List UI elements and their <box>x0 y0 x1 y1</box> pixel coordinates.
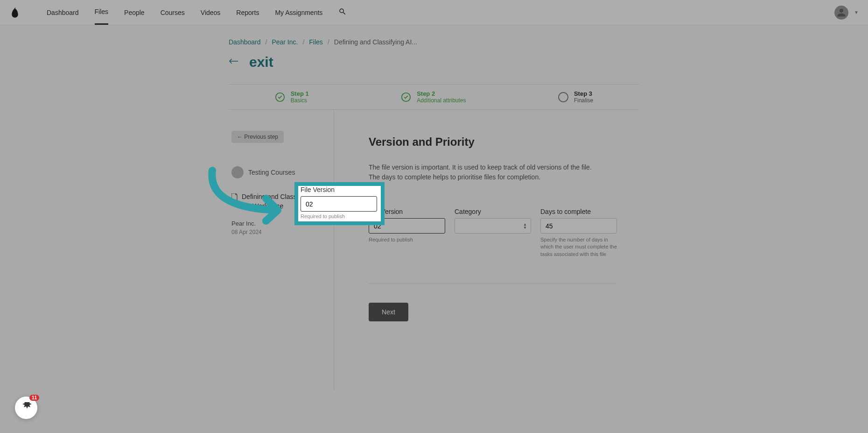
previous-step-button[interactable]: ← Previous step <box>231 131 284 143</box>
nav-people[interactable]: People <box>124 1 145 24</box>
step-2-sub: Additional attributes <box>417 97 466 104</box>
category-label: Category <box>455 208 531 215</box>
breadcrumb-sep: / <box>266 38 267 46</box>
top-nav: Dashboard Files People Courses Videos Re… <box>0 0 868 25</box>
user-avatar-icon <box>231 166 244 178</box>
step-3-sub: Finalise <box>574 97 593 104</box>
breadcrumb-sep: / <box>328 38 329 46</box>
step-3-label: Step 3 <box>574 90 593 97</box>
chat-badge: 11 <box>29 395 39 401</box>
version-hint: Required to publish <box>369 236 445 243</box>
breadcrumb-current: Defining and Classifying AI... <box>334 38 417 46</box>
chat-widget[interactable]: 11 <box>15 397 37 419</box>
exit-title[interactable]: exit <box>249 54 273 70</box>
days-input[interactable] <box>540 218 617 234</box>
search-icon[interactable] <box>338 7 347 18</box>
nav-videos[interactable]: Videos <box>201 1 221 24</box>
section-description: The file version is important. It is use… <box>369 163 597 182</box>
next-button[interactable]: Next <box>369 303 408 321</box>
back-arrow-icon[interactable] <box>229 58 238 66</box>
step-2[interactable]: Step 2 Additional attributes <box>401 90 466 104</box>
step-1[interactable]: Step 1 Basics <box>275 90 309 104</box>
file-date: 08 Apr 2024 <box>231 229 329 235</box>
section-title: Version and Priority <box>369 135 639 149</box>
field-category: Category ▲▼ <box>455 208 531 258</box>
nav-right: ▼ <box>834 6 859 20</box>
file-icon <box>231 193 238 203</box>
annotation-cutout: File Version Required to publish <box>298 186 381 221</box>
nav-dashboard[interactable]: Dashboard <box>47 1 79 24</box>
version-hint-cutout: Required to publish <box>301 213 378 219</box>
nav-items: Dashboard Files People Courses Videos Re… <box>47 0 347 25</box>
breadcrumb-dashboard[interactable]: Dashboard <box>229 38 261 46</box>
days-label: Days to complete <box>540 208 617 215</box>
logo-icon <box>11 7 19 18</box>
step-1-label: Step 1 <box>291 90 309 97</box>
version-input-cutout[interactable] <box>301 196 377 212</box>
nav-files[interactable]: Files <box>95 0 109 25</box>
version-label-cutout: File Version <box>301 186 378 193</box>
field-days: Days to complete Specify the number of d… <box>540 208 617 258</box>
exit-row: exit <box>229 54 639 70</box>
main-columns: ← Previous step Testing Courses Defining… <box>229 110 639 390</box>
chevron-down-icon[interactable]: ▼ <box>854 10 859 15</box>
breadcrumb-sep: / <box>302 38 304 46</box>
breadcrumb-org[interactable]: Pear Inc. <box>272 38 298 46</box>
fields-row: File Version Required to publish Categor… <box>369 208 639 258</box>
checkmark-icon <box>401 92 411 102</box>
days-hint: Specify the number of days in which the … <box>540 236 617 258</box>
breadcrumb: Dashboard / Pear Inc. / Files / Defining… <box>229 38 639 46</box>
checkmark-icon <box>275 92 285 102</box>
right-column: Version and Priority The file version is… <box>334 110 639 390</box>
user-row: Testing Courses <box>231 166 329 178</box>
avatar[interactable] <box>834 6 848 20</box>
nav-reports[interactable]: Reports <box>236 1 259 24</box>
content: Dashboard / Pear Inc. / Files / Defining… <box>229 25 639 390</box>
left-column: ← Previous step Testing Courses Defining… <box>229 110 334 390</box>
breadcrumb-files[interactable]: Files <box>309 38 323 46</box>
step-3[interactable]: Step 3 Finalise <box>558 90 593 104</box>
step-2-label: Step 2 <box>417 90 466 97</box>
nav-my-assignments[interactable]: My Assignments <box>275 1 322 24</box>
circle-icon <box>558 92 568 102</box>
divider <box>369 284 616 284</box>
select-arrows-icon: ▲▼ <box>523 223 527 229</box>
user-name: Testing Courses <box>248 169 295 176</box>
steps-bar: Step 1 Basics Step 2 Additional attribut… <box>229 84 639 110</box>
category-select[interactable]: ▲▼ <box>455 218 531 234</box>
step-1-sub: Basics <box>291 97 309 104</box>
chat-icon <box>21 402 32 413</box>
nav-courses[interactable]: Courses <box>161 1 185 24</box>
